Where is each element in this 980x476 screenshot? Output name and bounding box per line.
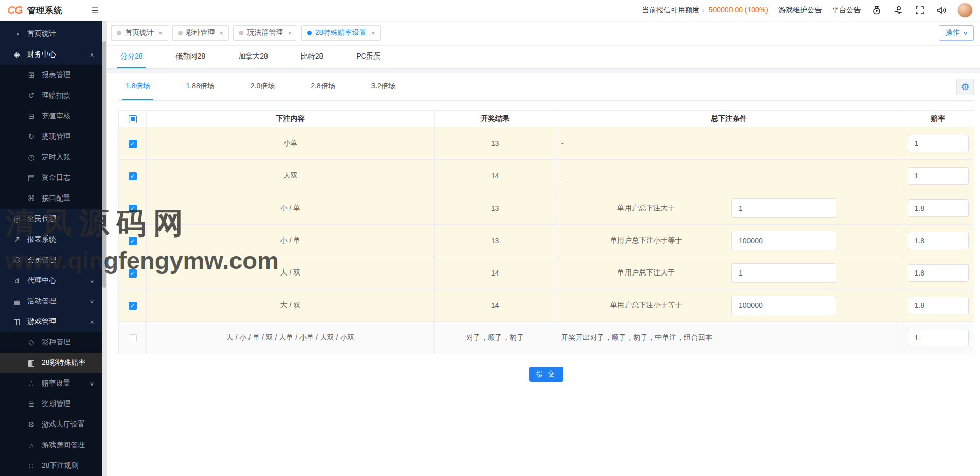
platform-notice-link[interactable]: 平台公告 [832, 6, 861, 15]
sidebar-item-bet-rules-28[interactable]: ∷28下注规则 [0, 455, 102, 476]
lottery-icon: ◇ [27, 338, 36, 347]
odds-settings-icon: ∴ [27, 379, 36, 388]
game-tab-canada-28[interactable]: 加拿大28 [235, 46, 271, 68]
tab-status-dot [178, 31, 183, 35]
sidebar-item-recharge-review[interactable]: ⊟充值审核 [0, 106, 102, 126]
sidebar-item-label: 提现管理 [42, 132, 70, 141]
row-checkbox[interactable] [129, 334, 137, 342]
sidebar-item-label: 会员管理 [27, 255, 56, 265]
sidebar-scrollbar[interactable] [102, 21, 107, 476]
sidebar-item-label: 报表系统 [27, 235, 56, 244]
table-header-row: 下注内容开奖结果总下注条件赔率 [119, 111, 974, 127]
game-tab-pc-dandan[interactable]: PC蛋蛋 [353, 46, 383, 68]
sidebar-scrollbar-thumb[interactable] [102, 41, 106, 288]
rate-input[interactable] [908, 297, 969, 314]
sidebar-item-activity-manage[interactable]: ▦活动管理∨ [0, 291, 102, 312]
rate-input[interactable] [908, 199, 969, 217]
tab-home-stats[interactable]: 首页统计× [111, 25, 168, 41]
bet-condition-cell: 单用户总下注小于等于 [556, 225, 902, 257]
row-checkbox[interactable]: ✓ [129, 237, 137, 245]
rate-input[interactable] [908, 167, 969, 185]
tab-close-icon[interactable]: × [288, 29, 292, 37]
rate-tab-field-1.8x[interactable]: 1.8倍场 [122, 73, 153, 100]
sidebar-item-label: 资金日志 [42, 173, 70, 182]
condition-amount-input[interactable] [731, 231, 836, 250]
rate-input[interactable] [908, 329, 969, 346]
condition-label: 单用户总下注大于 [561, 268, 731, 278]
chevron-down-icon: ∨ [963, 30, 968, 36]
sidebar-item-report-system[interactable]: ↗报表系统 [0, 229, 102, 250]
rate-tab-field-1.88x[interactable]: 1.88倍场 [183, 73, 217, 100]
rate-input[interactable] [908, 232, 969, 249]
sidebar-item-draw-period-manage[interactable]: ≣奖期管理 [0, 394, 102, 414]
tab-label: 玩法群管理 [247, 28, 283, 38]
speaker-icon[interactable] [936, 5, 947, 16]
select-all-checkbox[interactable] [129, 115, 137, 123]
rate-tab-field-2.0x[interactable]: 2.0倍场 [247, 73, 278, 100]
sidebar-item-label: 游戏管理 [27, 317, 56, 326]
rate-input[interactable] [908, 135, 969, 152]
sidebar-item-game-lobby-settings[interactable]: ⚙游戏大厅设置 [0, 414, 102, 435]
sidebar-item-agent-center[interactable]: ☌代理中心∨ [0, 270, 102, 291]
fullscreen-icon[interactable] [914, 5, 925, 16]
tab-lottery-manage[interactable]: 彩种管理× [172, 25, 229, 41]
rate-tab-field-3.2x[interactable]: 3.2倍场 [368, 73, 399, 100]
bet-condition-cell: 开奖开出对子，顺子，豹子，中单注，组合回本 [556, 322, 902, 354]
tab-close-icon[interactable]: × [220, 29, 224, 37]
maintenance-notice-link[interactable]: 游戏维护公告 [778, 6, 822, 15]
chevron-up-icon: ∧ [89, 319, 94, 325]
sidebar-item-label: 接口配置 [42, 194, 70, 203]
rate-tab-field-2.8x[interactable]: 2.8倍场 [308, 73, 338, 100]
game-tab-oregon-28[interactable]: 俄勒冈28 [173, 46, 209, 68]
tab-play-group-manage[interactable]: 玩法群管理× [233, 25, 297, 41]
game-tab-bite-28[interactable]: 比特28 [298, 46, 327, 68]
sidebar-item-finance-center[interactable]: ◈财务中心∧ [0, 44, 102, 65]
sidebar-item-special-odds-28[interactable]: ▥28彩特殊赔率 [0, 353, 102, 373]
sidebar-item-funds-log[interactable]: ▤资金日志 [0, 168, 102, 188]
dashboard-icon: ◔ [12, 30, 22, 39]
condition-amount-input[interactable] [731, 198, 836, 218]
bet-condition-cell: - [556, 127, 902, 160]
money-bag-icon[interactable] [871, 5, 882, 16]
table-settings-button[interactable]: ⚙ [956, 79, 974, 95]
main-content: 首页统计×彩种管理×玩法群管理×28特殊赔率设置×操作∨ 分分28俄勒冈28加拿… [107, 21, 980, 476]
row-checkbox[interactable]: ✓ [129, 269, 137, 278]
table-row: ✓小 / 单13单用户总下注小于等于 [119, 225, 974, 257]
sidebar-item-lottery-manage[interactable]: ◇彩种管理 [0, 332, 102, 353]
sidebar-item-claims-deduction[interactable]: ↺理赔扣款 [0, 85, 102, 106]
rate-input[interactable] [908, 264, 969, 282]
condition-amount-input[interactable] [731, 296, 836, 315]
actions-dropdown-button[interactable]: 操作∨ [939, 25, 974, 41]
submit-button[interactable]: 提 交 [529, 367, 563, 382]
tab-close-icon[interactable]: × [371, 29, 375, 37]
bet-content-cell: 大双 [147, 160, 435, 192]
sidebar-item-label: 彩种管理 [42, 338, 70, 347]
sidebar-item-home-stats[interactable]: ◔首页统计 [0, 24, 102, 44]
sidebar-item-member-manage[interactable]: ⚇会员管理 [0, 250, 102, 270]
checkbox-cell [119, 322, 147, 354]
period-icon: ≣ [27, 399, 36, 409]
condition-label: - [561, 172, 564, 180]
game-tab-fenfen-28[interactable]: 分分28 [117, 46, 146, 68]
sidebar-item-game-manage[interactable]: ◫游戏管理∧ [0, 312, 102, 332]
checkbox-cell: ✓ [119, 192, 147, 225]
sidebar-item-withdraw-manage[interactable]: ↻提现管理 [0, 126, 102, 147]
sidebar-collapse-icon[interactable]: ☰ [91, 6, 98, 15]
condition-amount-input[interactable] [731, 263, 836, 283]
sidebar-item-all-agents[interactable]: ◎全民代理 [0, 209, 102, 229]
sidebar-item-game-room-manage[interactable]: ⌂游戏房间管理 [0, 435, 102, 455]
tab-special-odds-28-settings[interactable]: 28特殊赔率设置× [301, 25, 381, 41]
tab-close-icon[interactable]: × [158, 29, 163, 37]
row-checkbox[interactable]: ✓ [129, 205, 137, 213]
table-row: ✓小单13- [119, 127, 974, 160]
sidebar-item-report-manage[interactable]: ⊞报表管理 [0, 65, 102, 85]
row-checkbox[interactable]: ✓ [129, 302, 137, 310]
row-checkbox[interactable]: ✓ [129, 172, 137, 180]
avatar[interactable] [957, 3, 973, 18]
tab-status-dot [239, 31, 243, 35]
sidebar-item-scheduled-posting[interactable]: ◷定时入账 [0, 147, 102, 168]
row-checkbox[interactable]: ✓ [129, 140, 137, 148]
withdraw-hand-icon[interactable] [893, 5, 904, 16]
sidebar-item-odds-settings[interactable]: ∴赔率设置∨ [0, 373, 102, 394]
sidebar-item-api-config[interactable]: ⌘接口配置 [0, 188, 102, 209]
